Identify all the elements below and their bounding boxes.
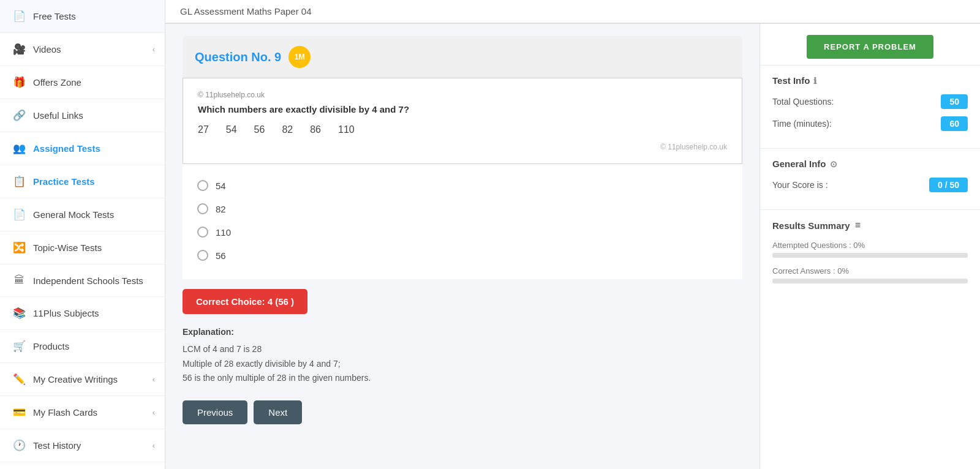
answer-option-opt2[interactable]: 82 <box>197 197 728 220</box>
question-text: Which numbers are exactly divisible by 4… <box>198 104 727 114</box>
sidebar-item-products[interactable]: 🛒 Products <box>0 330 165 363</box>
right-panel: REPORT A PROBLEM Test Info ℹ Total Quest… <box>760 24 980 469</box>
sidebar-icon-11plus-subjects: 📚 <box>12 307 26 320</box>
chevron-icon-test-history: ‹ <box>153 441 155 450</box>
sidebar-icon-useful-links: 🔗 <box>12 109 26 122</box>
report-btn-wrap: REPORT A PROBLEM <box>760 24 980 65</box>
general-info-icon: ⊙ <box>830 159 837 169</box>
test-info-section: Test Info ℹ Total Questions: 50 Time (mi… <box>760 65 980 148</box>
sidebar-item-practice-tests[interactable]: 📋 Practice Tests <box>0 165 165 198</box>
attempted-label: Attempted Questions : 0% <box>772 241 968 250</box>
total-questions-label: Total Questions: <box>772 97 834 107</box>
explanation-line: Multiple of 28 exactly divisible by 4 an… <box>183 357 742 372</box>
explanation-lines: LCM of 4 and 7 is 28Multiple of 28 exact… <box>183 342 742 386</box>
sidebar-label-flash-cards: My Flash Cards <box>33 407 97 418</box>
sidebar-label-products: Products <box>33 341 69 351</box>
general-info-section: General Info ⊙ Your Score is : 0 / 50 <box>760 148 980 209</box>
radio-opt3[interactable] <box>197 227 208 238</box>
answer-option-opt3[interactable]: 110 <box>197 220 728 244</box>
answer-option-opt1[interactable]: 54 <box>197 174 728 197</box>
explanation-label: Explanation: <box>183 325 742 340</box>
chevron-icon-creative-writings: ‹ <box>153 375 155 384</box>
question-number-value: 86 <box>310 124 321 135</box>
score-label: Your Score is : <box>772 180 828 190</box>
option-value-opt2: 82 <box>216 204 226 214</box>
sidebar-item-assigned-tests[interactable]: 👥 Assigned Tests <box>0 132 165 165</box>
explanation-section: Explanation: LCM of 4 and 7 is 28Multipl… <box>183 325 742 386</box>
question-box: © 11plusehelp.co.uk Which numbers are ex… <box>183 78 742 164</box>
report-problem-button[interactable]: REPORT A PROBLEM <box>807 35 933 59</box>
sidebar-item-topic-wise-tests[interactable]: 🔀 Topic-Wise Tests <box>0 231 165 265</box>
question-number-value: 54 <box>226 124 237 135</box>
sidebar-item-offers-zone[interactable]: 🎁 Offers Zone <box>0 66 165 99</box>
main-content: GL Assessment Maths Paper 04 Question No… <box>165 0 980 469</box>
question-number-value: 110 <box>338 124 355 135</box>
sidebar-item-11plus-subjects[interactable]: 📚 11Plus Subjects <box>0 297 165 330</box>
nav-buttons: Previous Next <box>183 400 742 424</box>
correct-progress-bg <box>772 279 968 283</box>
score-row: Your Score is : 0 / 50 <box>772 178 968 192</box>
attempted-row: Attempted Questions : 0% <box>772 241 968 258</box>
sidebar-label-free-tests: Free Tests <box>33 11 76 21</box>
sidebar-label-practice-tests: Practice Tests <box>33 176 95 187</box>
sidebar-icon-test-history: 🕐 <box>12 439 26 452</box>
next-button[interactable]: Next <box>254 400 302 424</box>
sidebar-label-test-history: Test History <box>33 440 81 451</box>
attempted-progress-bg <box>772 253 968 258</box>
sidebar-icon-videos: 🎥 <box>12 43 26 56</box>
sidebar-icon-practice-tests: 📋 <box>12 175 26 188</box>
previous-button[interactable]: Previous <box>183 400 247 424</box>
total-questions-row: Total Questions: 50 <box>772 94 968 109</box>
sidebar-icon-independent-schools: 🏛 <box>12 274 26 287</box>
question-number-value: 56 <box>254 124 265 135</box>
score-value: 0 / 50 <box>929 178 968 192</box>
sidebar-label-assigned-tests: Assigned Tests <box>33 143 100 154</box>
content-area: Question No. 9 1M © 11plusehelp.co.uk Wh… <box>165 24 980 469</box>
sidebar-label-independent-schools: Independent Schools Tests <box>33 276 143 286</box>
sidebar-label-videos: Videos <box>33 44 61 54</box>
sidebar-icon-assigned-tests: 👥 <box>12 142 26 155</box>
time-row: Time (minutes): 60 <box>772 116 968 131</box>
radio-opt4[interactable] <box>197 250 208 261</box>
time-value: 60 <box>941 116 968 131</box>
option-value-opt4: 56 <box>216 250 226 261</box>
time-label: Time (minutes): <box>772 119 832 129</box>
answer-options: 54 82 110 56 <box>183 164 742 279</box>
sidebar-item-creative-writings[interactable]: ✏️ My Creative Writings ‹ <box>0 363 165 396</box>
info-icon: ℹ <box>813 76 816 86</box>
sidebar: 📄 Free Tests 🎥 Videos ‹ 🎁 Offers Zone 🔗 … <box>0 0 165 469</box>
sidebar-icon-flash-cards: 💳 <box>12 406 26 419</box>
sidebar-label-creative-writings: My Creative Writings <box>33 374 118 385</box>
results-section: Results Summary ≡ Attempted Questions : … <box>760 209 980 302</box>
sidebar-item-free-tests[interactable]: 📄 Free Tests <box>0 0 165 33</box>
sidebar-item-flash-cards[interactable]: 💳 My Flash Cards ‹ <box>0 396 165 429</box>
question-badge: 1M <box>288 46 311 68</box>
sidebar-label-11plus-subjects: 11Plus Subjects <box>33 308 99 318</box>
page-title: GL Assessment Maths Paper 04 <box>180 6 312 17</box>
radio-opt2[interactable] <box>197 203 208 214</box>
chevron-icon-flash-cards: ‹ <box>153 408 155 417</box>
question-copyright: © 11plusehelp.co.uk <box>198 91 727 99</box>
correct-label: Correct Answers : 0% <box>772 266 968 276</box>
test-info-title: Test Info ℹ <box>772 75 968 86</box>
sidebar-item-independent-schools[interactable]: 🏛 Independent Schools Tests <box>0 265 165 297</box>
sidebar-label-offers-zone: Offers Zone <box>33 77 81 88</box>
radio-opt1[interactable] <box>197 180 208 191</box>
option-value-opt1: 54 <box>216 181 226 191</box>
sidebar-label-general-mock-tests: General Mock Tests <box>33 209 114 220</box>
sidebar-item-test-history[interactable]: 🕐 Test History ‹ <box>0 429 165 462</box>
sidebar-item-videos[interactable]: 🎥 Videos ‹ <box>0 33 165 66</box>
general-info-title: General Info ⊙ <box>772 159 968 169</box>
sidebar-icon-free-tests: 📄 <box>12 10 26 23</box>
answer-option-opt4[interactable]: 56 <box>197 244 728 267</box>
question-footer-copyright: © 11plusehelp.co.uk <box>198 143 727 151</box>
total-questions-value: 50 <box>941 94 968 109</box>
sidebar-icon-general-mock-tests: 📄 <box>12 208 26 221</box>
sidebar-item-general-mock-tests[interactable]: 📄 General Mock Tests <box>0 198 165 231</box>
question-header: Question No. 9 1M <box>183 36 742 78</box>
question-numbers: 2754568286110 <box>198 124 727 135</box>
explanation-line: 56 is the only multiple of 28 in the giv… <box>183 371 742 386</box>
sidebar-label-useful-links: Useful Links <box>33 110 83 121</box>
results-icon: ≡ <box>855 220 861 231</box>
sidebar-item-useful-links[interactable]: 🔗 Useful Links <box>0 99 165 132</box>
